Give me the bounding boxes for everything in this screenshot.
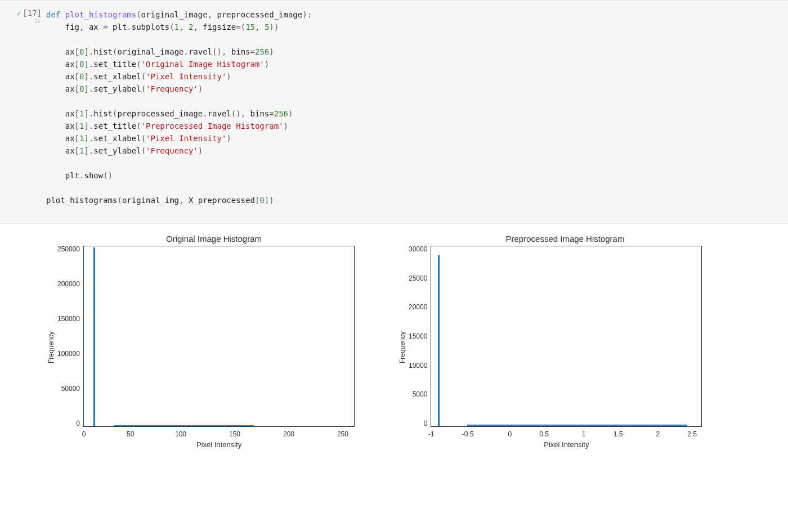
plot-axes [431, 246, 702, 427]
x-axis-ticks: -1-0.500.511.522.5 [431, 430, 701, 438]
cell-gutter: ✓[17] 2s [3, 8, 46, 24]
y-axis-ticks: 300002500020000150001000050000 [409, 246, 431, 427]
x-axis-label: Pixel Intensity [196, 440, 241, 449]
y-axis-label: Frequency [45, 246, 57, 449]
plot-title: Preprocessed Image Histogram [396, 234, 734, 244]
execution-count: [17] [23, 8, 42, 17]
code-cell[interactable]: ✓[17] 2s def plot_histograms(original_im… [0, 0, 788, 224]
histogram-preprocessed: Preprocessed Image Histogram Frequency 3… [396, 234, 734, 449]
plot-axes [83, 246, 355, 427]
histogram-original: Original Image Histogram Frequency 25000… [45, 234, 383, 449]
x-axis-label: Pixel Intensity [544, 440, 589, 449]
cell-output: Original Image Histogram Frequency 25000… [0, 224, 788, 453]
figure-row: Original Image Histogram Frequency 25000… [45, 234, 788, 449]
success-icon: ✓ [16, 9, 21, 17]
y-axis-ticks: 250000200000150000100000500000 [57, 246, 83, 427]
x-axis-ticks: 050100150200250 [84, 430, 354, 438]
execution-timing: 2s [3, 19, 41, 24]
code-editor[interactable]: def plot_histograms(original_image, prep… [46, 8, 312, 206]
y-axis-label: Frequency [396, 246, 409, 449]
plot-title: Original Image Histogram [45, 234, 383, 244]
